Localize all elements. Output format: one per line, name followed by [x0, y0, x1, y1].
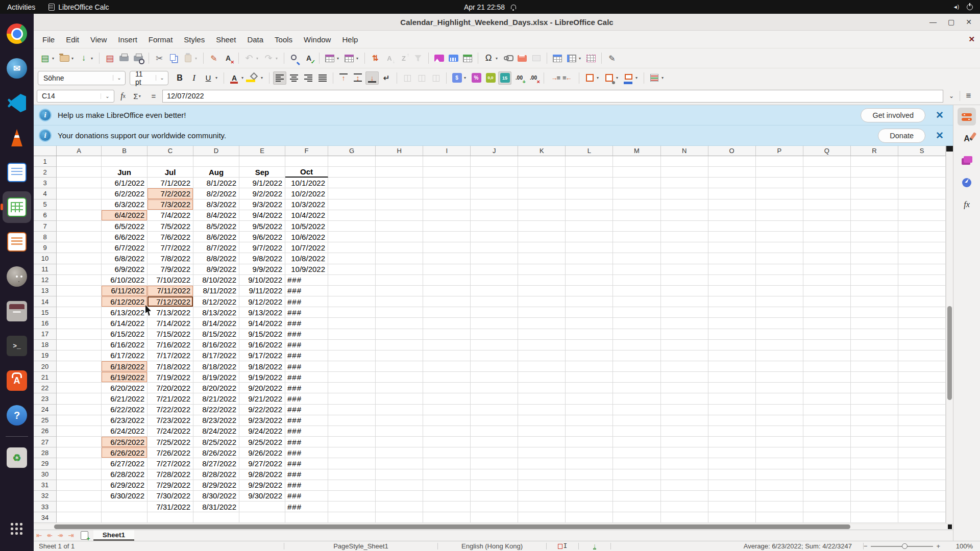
cell-N20[interactable]: [661, 361, 708, 372]
cell-O25[interactable]: [708, 415, 756, 426]
cell-M30[interactable]: [613, 469, 660, 480]
cell-R32[interactable]: [851, 491, 898, 502]
cell-A26[interactable]: [57, 426, 102, 437]
cell-C3[interactable]: 7/1/2022: [148, 178, 193, 188]
cell-I33[interactable]: [423, 502, 471, 512]
cell-G2[interactable]: [328, 167, 376, 178]
cell-O13[interactable]: [708, 286, 756, 296]
cell-J5[interactable]: [471, 199, 518, 210]
cell-S10[interactable]: [898, 253, 946, 264]
cell-R8[interactable]: [851, 232, 898, 242]
cell-A23[interactable]: [57, 393, 102, 404]
cell-L21[interactable]: [566, 372, 613, 383]
cell-R3[interactable]: [851, 178, 898, 188]
row-header-30[interactable]: 30: [34, 469, 57, 480]
cell-N8[interactable]: [661, 232, 708, 242]
cell-K13[interactable]: [518, 286, 566, 296]
menu-help[interactable]: Help: [336, 33, 363, 46]
dock-item-trash[interactable]: ♻: [3, 442, 31, 473]
cell-S6[interactable]: [898, 210, 946, 221]
cell-G17[interactable]: [328, 329, 376, 340]
cell-A33[interactable]: [57, 502, 102, 512]
vertical-scrollbar[interactable]: [946, 146, 953, 523]
cell-H22[interactable]: [376, 383, 423, 393]
cell-C19[interactable]: 7/17/2022: [148, 350, 193, 361]
cell-M22[interactable]: [613, 383, 660, 393]
cell-I12[interactable]: [423, 275, 471, 286]
get-involved-button[interactable]: Get involved: [861, 108, 925, 122]
cell-B21[interactable]: 6/19/2022: [102, 372, 148, 383]
dock-item-help[interactable]: ?: [3, 399, 31, 431]
activities-button[interactable]: Activities: [7, 3, 35, 11]
cell-H31[interactable]: [376, 480, 423, 491]
cell-G15[interactable]: [328, 307, 376, 318]
cell-F25[interactable]: ###: [285, 415, 328, 426]
cell-E25[interactable]: 9/23/2022: [239, 415, 285, 426]
cell-O6[interactable]: [708, 210, 756, 221]
cell-D14[interactable]: 8/12/2022: [193, 296, 239, 307]
print-area-button[interactable]: [584, 52, 598, 65]
cell-J1[interactable]: [471, 156, 518, 167]
cell-K10[interactable]: [518, 253, 566, 264]
cell-E4[interactable]: 9/2/2022: [239, 188, 285, 199]
cell-F1[interactable]: [285, 156, 328, 167]
cell-I1[interactable]: [423, 156, 471, 167]
cell-H6[interactable]: [376, 210, 423, 221]
horizontal-split-handle[interactable]: [948, 524, 952, 529]
cell-J11[interactable]: [471, 264, 518, 275]
cell-L11[interactable]: [566, 264, 613, 275]
cell-J32[interactable]: [471, 491, 518, 502]
row-header-23[interactable]: 23: [34, 393, 57, 404]
cell-F14[interactable]: ###: [285, 296, 328, 307]
close-button[interactable]: ✕: [966, 18, 972, 26]
cell-D25[interactable]: 8/23/2022: [193, 415, 239, 426]
row-header-25[interactable]: 25: [34, 415, 57, 426]
cell-A2[interactable]: [57, 167, 102, 178]
print-preview-button[interactable]: [132, 52, 145, 65]
cell-N16[interactable]: [661, 318, 708, 329]
find-replace-button[interactable]: [288, 52, 301, 65]
cell-C32[interactable]: 7/30/2022: [148, 491, 193, 502]
cell-G10[interactable]: [328, 253, 376, 264]
cell-F31[interactable]: ###: [285, 480, 328, 491]
cell-P34[interactable]: [756, 512, 803, 523]
cell-B7[interactable]: 6/5/2022: [102, 221, 148, 232]
cell-F26[interactable]: ###: [285, 426, 328, 437]
insert-mode-indicator[interactable]: I: [547, 542, 578, 550]
cell-F15[interactable]: ###: [285, 307, 328, 318]
column-header-J[interactable]: J: [471, 146, 518, 156]
vertical-scrollbar-thumb[interactable]: [947, 306, 952, 400]
cell-K8[interactable]: [518, 232, 566, 242]
cell-O7[interactable]: [708, 221, 756, 232]
select-sum-button[interactable]: Σ▾: [132, 90, 145, 103]
row-header-20[interactable]: 20: [34, 361, 57, 372]
cell-R12[interactable]: [851, 275, 898, 286]
dropdown-arrow-icon[interactable]: ▾: [662, 76, 666, 80]
cell-R19[interactable]: [851, 350, 898, 361]
row-header-2[interactable]: 2: [34, 167, 57, 178]
cell-H3[interactable]: [376, 178, 423, 188]
column-header-K[interactable]: K: [518, 146, 566, 156]
cell-C7[interactable]: 7/5/2022: [148, 221, 193, 232]
sidebar-tab-gallery[interactable]: [958, 152, 976, 169]
cell-E1[interactable]: [239, 156, 285, 167]
cell-J9[interactable]: [471, 242, 518, 253]
cell-G4[interactable]: [328, 188, 376, 199]
cell-Q20[interactable]: [803, 361, 851, 372]
cell-A30[interactable]: [57, 469, 102, 480]
cell-C24[interactable]: 7/22/2022: [148, 405, 193, 415]
next-sheet-button[interactable]: ↠: [55, 532, 66, 539]
maximize-button[interactable]: ▢: [948, 18, 954, 26]
cell-L30[interactable]: [566, 469, 613, 480]
cell-K14[interactable]: [518, 296, 566, 307]
row-header-27[interactable]: 27: [34, 437, 57, 447]
cell-C22[interactable]: 7/20/2022: [148, 383, 193, 393]
paste-button[interactable]: ▾: [181, 52, 200, 65]
cell-A24[interactable]: [57, 405, 102, 415]
cell-E29[interactable]: 9/27/2022: [239, 458, 285, 469]
dropdown-arrow-icon[interactable]: ▾: [215, 76, 220, 80]
cell-G33[interactable]: [328, 502, 376, 512]
cell-O23[interactable]: [708, 393, 756, 404]
cell-C15[interactable]: 7/13/2022: [148, 307, 193, 318]
cell-P4[interactable]: [756, 188, 803, 199]
